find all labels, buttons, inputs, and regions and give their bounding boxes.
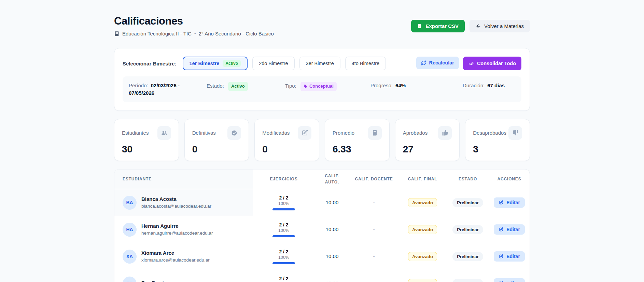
avatar: XA: [123, 250, 137, 264]
duracion-label: Duración:: [463, 83, 485, 88]
estado-badge: Preliminar: [452, 198, 483, 207]
stat-label: Modificadas: [262, 130, 290, 136]
calif-docente-value: -: [373, 281, 375, 282]
stat-label: Promedio: [333, 130, 354, 136]
edit-pencil-icon: [499, 227, 503, 232]
bimestre-2-label: 2do Bimestre: [259, 61, 288, 66]
progress-bar: [272, 262, 295, 264]
progreso-info: Progreso:64%: [369, 82, 461, 97]
page-title: Calificaciones: [114, 15, 274, 27]
student-email: hernan.aguirre@aulacodear.edu.ar: [141, 230, 213, 236]
grades-table: Estudiante Ejercicios Calif. Auto. Calif…: [114, 169, 530, 282]
export-csv-button[interactable]: x Exportar CSV: [411, 20, 465, 32]
stat-value: 0: [192, 144, 241, 155]
bimestre-info-bar: Período:02/03/2026 - 07/05/2026 Estado: …: [123, 76, 521, 102]
double-check-icon: [468, 61, 474, 66]
table-row: ZB Zoe Barrios 2 / 2 100% 10.00 -: [114, 270, 530, 282]
grades-table-card: Estudiante Ejercicios Calif. Auto. Calif…: [114, 169, 530, 282]
exercises-percent: 100%: [253, 255, 314, 260]
edit-pencil-icon: [499, 254, 503, 259]
stat-value: 27: [403, 144, 452, 155]
duracion-info: Duración:67 días: [461, 82, 517, 97]
estado-badge: Preliminar: [452, 225, 483, 234]
bimestre-3-button[interactable]: 3er Bimestre: [299, 57, 340, 70]
edit-button[interactable]: Editar: [494, 251, 525, 262]
col-header-estudiante: Estudiante: [114, 169, 253, 189]
calif-docente-value: -: [373, 254, 375, 259]
calif-auto-value: 10.00: [326, 280, 339, 282]
filter-actions: Recalcular Consolidar Todo: [416, 57, 521, 70]
back-label: Volver a Materias: [484, 24, 524, 29]
thumbs-up-icon: [438, 126, 452, 140]
bimestre-1-label: 1er Bimestre: [190, 61, 220, 66]
estado-activo-badge: Activo: [228, 82, 248, 91]
bimestre-button-group: 1er Bimestre Activo 2do Bimestre 3er Bim…: [183, 57, 386, 70]
tipo-conceptual-badge: Conceptual: [300, 82, 337, 91]
edit-label: Editar: [506, 200, 520, 205]
stat-card-estudiantes: Estudiantes 30: [114, 119, 179, 161]
periodo-label: Período:: [129, 83, 148, 88]
edit-button[interactable]: Editar: [494, 278, 525, 282]
edit-label: Editar: [506, 254, 520, 259]
bimestre-3-label: 3er Bimestre: [306, 61, 334, 66]
avatar: BA: [123, 196, 137, 210]
bimestre-filter-card: Seleccionar Bimestre: 1er Bimestre Activ…: [114, 48, 530, 111]
duracion-value: 67 días: [487, 83, 505, 88]
stat-value: 30: [122, 144, 171, 155]
estado-badge: Preliminar: [452, 279, 483, 282]
recalcular-button[interactable]: Recalcular: [416, 57, 459, 69]
exercises-fraction: 2 / 2: [253, 249, 314, 254]
stat-value: 3: [473, 144, 522, 155]
col-header-acciones: Acciones: [488, 169, 530, 189]
bimestre-1-button[interactable]: 1er Bimestre Activo: [183, 57, 248, 70]
file-csv-icon: x: [417, 24, 422, 29]
col-header-calif-auto: Calif. Auto.: [314, 169, 350, 189]
tipo-value: Conceptual: [309, 83, 334, 90]
tag-icon: [304, 84, 308, 88]
book-icon: [114, 31, 120, 36]
bimestre-4-label: 4to Bimestre: [352, 61, 379, 66]
estado-info: Estado: Activo: [205, 82, 284, 97]
page-header: Calificaciones Educación Tecnológica II …: [114, 15, 530, 36]
subtitle-course: Educación Tecnológica II - TIC: [122, 31, 192, 36]
col-header-ejercicios: Ejercicios: [253, 169, 314, 189]
estado-badge: Preliminar: [452, 252, 483, 261]
progreso-value: 64%: [395, 83, 406, 88]
calif-final-badge: Avanzado: [408, 198, 437, 207]
exercises-fraction: 2 / 2: [253, 222, 314, 227]
edit-label: Editar: [506, 227, 520, 232]
back-to-materias-button[interactable]: Volver a Materias: [470, 20, 530, 32]
thumbs-down-icon: [508, 126, 522, 140]
student-email: xiomara.arce@aulacodear.edu.ar: [141, 257, 210, 263]
exercises-percent: 100%: [253, 201, 314, 206]
edit-square-icon: [298, 126, 311, 140]
student-name: Zoe Barrios: [141, 280, 170, 282]
edit-button[interactable]: Editar: [494, 197, 525, 208]
col-header-calif-docente: Calif. Docente: [350, 169, 398, 189]
calif-auto-value: 10.00: [326, 253, 339, 259]
table-row: BA Bianca Acosta bianca.acosta@aulacodea…: [114, 189, 530, 216]
edit-button[interactable]: Editar: [494, 224, 525, 235]
consolidar-label: Consolidar Todo: [477, 61, 516, 66]
calif-docente-value: -: [373, 227, 375, 232]
calif-final-badge: Avanzado: [408, 252, 437, 261]
exercises-fraction: 2 / 2: [253, 195, 314, 201]
edit-pencil-icon: [499, 200, 503, 205]
bimestre-2-button[interactable]: 2do Bimestre: [252, 57, 294, 70]
export-csv-label: Exportar CSV: [425, 24, 459, 29]
progress-bar: [272, 208, 295, 210]
arrow-left-icon: [476, 24, 481, 29]
bimestre-1-active-badge: Activo: [223, 60, 241, 67]
stat-card-promedio: Promedio 6.33: [325, 119, 390, 161]
title-block: Calificaciones Educación Tecnológica II …: [114, 15, 274, 36]
stat-label: Definitivas: [192, 130, 216, 136]
select-bimestre-label: Seleccionar Bimestre:: [123, 61, 177, 66]
bimestre-4-button[interactable]: 4to Bimestre: [345, 57, 386, 70]
stats-row: Estudiantes 30 Definitivas 0 Modificadas: [114, 119, 530, 161]
consolidar-todo-button[interactable]: Consolidar Todo: [463, 57, 521, 70]
avatar: HA: [123, 223, 137, 237]
progreso-label: Progreso:: [370, 83, 393, 88]
periodo-info: Período:02/03/2026 - 07/05/2026: [127, 82, 205, 97]
stat-label: Desaprobados: [473, 130, 506, 136]
calif-docente-value: -: [373, 200, 375, 205]
